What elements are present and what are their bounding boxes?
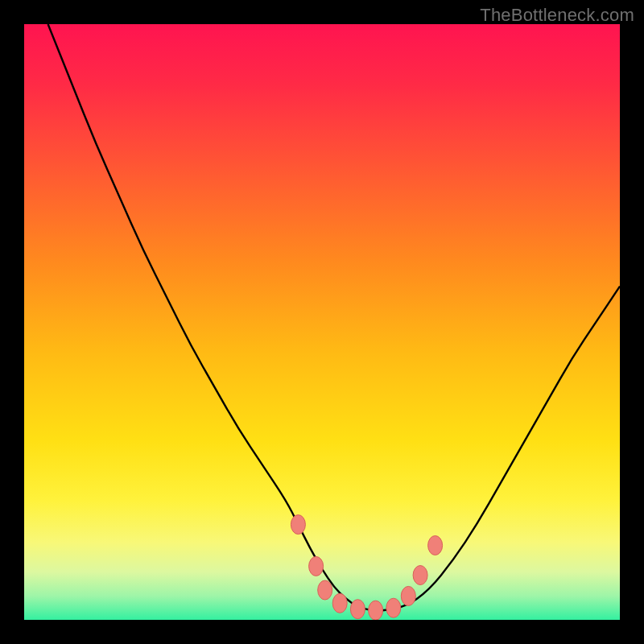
marker-dot [428,536,443,555]
watermark-text: TheBottleneck.com [480,5,634,26]
plot-area [24,24,620,620]
chart-frame: TheBottleneck.com [0,0,644,644]
marker-dot [369,601,383,620]
marker-dot [291,515,305,535]
marker-dot [386,598,401,617]
marker-dot [309,556,324,576]
marker-dot [413,566,427,585]
marker-dot [332,593,347,613]
marker-dot [350,600,365,619]
marker-dot [401,586,415,605]
marker-dot [318,580,332,600]
gradient-background [24,24,620,620]
bottleneck-chart [24,24,620,620]
